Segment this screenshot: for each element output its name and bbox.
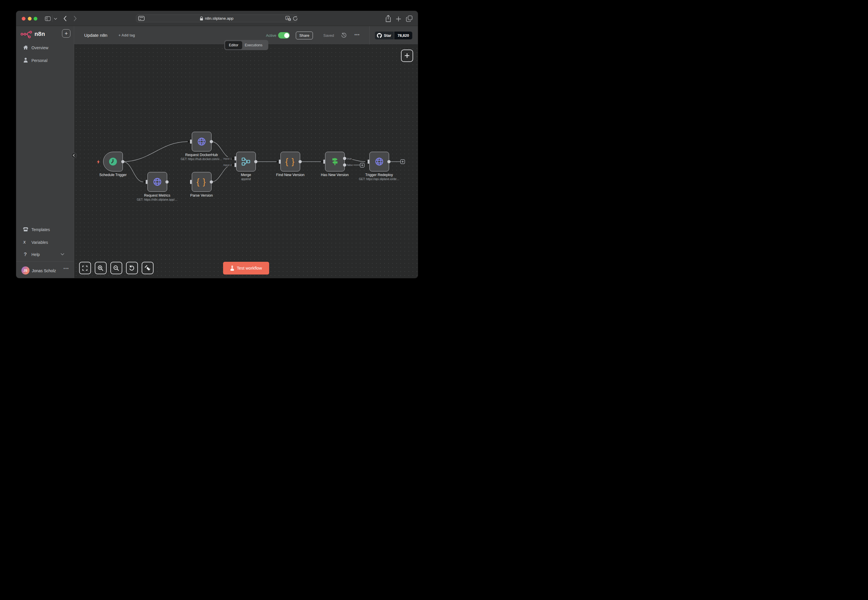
svg-text:文: 文 <box>288 18 291 21</box>
